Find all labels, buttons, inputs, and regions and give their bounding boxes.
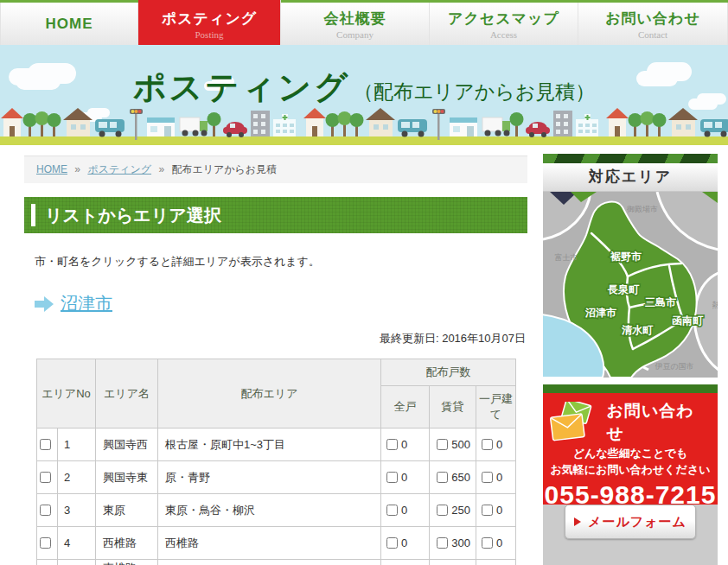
- header-household-group: 配布戸数: [381, 359, 516, 386]
- mail-form-button-label: メールフォーム: [588, 514, 686, 530]
- rental-cell: 230: [430, 560, 476, 565]
- nav-sublabel: Company: [336, 29, 374, 40]
- detached-cell: 0: [476, 560, 516, 565]
- header-area-no: エリアNo: [37, 359, 96, 429]
- nav-item-contact[interactable]: お問い合わせ Contact: [578, 3, 728, 45]
- row-select-checkbox[interactable]: [40, 472, 51, 483]
- distribution-area-cell: 西椎路: [158, 527, 381, 560]
- triangle-right-icon: [574, 517, 581, 526]
- distribution-area-cell: 東椎路: [158, 560, 381, 565]
- contact-red-panel: お問い合わせ どんな些細なことでも お気軽にお問い合わせください 055-988…: [543, 393, 718, 511]
- detached-value: 0: [496, 536, 502, 549]
- area-name-cell: 東椎路（西）: [96, 560, 158, 565]
- hero-title-text: ポスティング: [133, 69, 350, 105]
- city-link-row: 沼津市: [35, 292, 527, 315]
- distribution-area-cell: 原・青野: [158, 461, 381, 494]
- rental-cell: 500: [430, 429, 476, 461]
- row-select-cell: [37, 527, 58, 560]
- detached-cell: 0: [476, 494, 516, 527]
- top-nav: HOME ポスティング Posting 会社概要 Company アクセスマップ…: [0, 0, 728, 45]
- map-label-mishima[interactable]: 三島市: [645, 296, 676, 308]
- coverage-area-title: 対応エリア: [543, 163, 718, 192]
- section-description: 市・町名をクリックすると詳細エリアが表示されます。: [35, 254, 527, 270]
- table-row: 3 東原 東原・鳥谷・柳沢 0 250 0: [37, 494, 516, 527]
- rental-value: 500: [451, 438, 470, 451]
- town-illustration: [0, 105, 728, 145]
- nav-label: ポスティング: [162, 9, 257, 29]
- rental-cell: 300: [430, 527, 476, 560]
- detached-cell: 0: [476, 461, 516, 494]
- rental-cell: 250: [430, 494, 476, 527]
- area-name-cell: 興国寺東: [96, 461, 158, 494]
- detached-checkbox[interactable]: [482, 439, 493, 450]
- breadcrumb: HOME » ポスティング » 配布エリアからお見積: [24, 156, 527, 183]
- table-row: 2 興国寺東 原・青野 0 650 0: [37, 461, 516, 494]
- nav-label: アクセスマップ: [448, 9, 559, 29]
- detached-cell: 0: [476, 429, 516, 461]
- nav-item-access[interactable]: アクセスマップ Access: [430, 3, 578, 45]
- area-table: エリアNo エリア名 配布エリア 配布戸数 全戸 賃貸 一戸建て 1 興国寺西 …: [36, 359, 516, 565]
- all-households-checkbox[interactable]: [386, 537, 398, 549]
- all-households-cell: 0: [381, 527, 430, 560]
- hero-banner: ポスティング（配布エリアからお見積）: [0, 45, 728, 145]
- last-updated: 最終更新日: 2016年10月07日: [24, 331, 527, 346]
- map-label-shimizu[interactable]: 清水町: [621, 324, 654, 336]
- nav-item-company[interactable]: 会社概要 Company: [281, 3, 430, 45]
- row-select-checkbox[interactable]: [40, 439, 51, 450]
- nav-item-home[interactable]: HOME: [0, 3, 138, 45]
- mail-form-button[interactable]: メールフォーム: [565, 505, 696, 539]
- row-select-checkbox[interactable]: [40, 505, 51, 516]
- contact-title: お問い合わせ: [606, 400, 711, 445]
- rental-checkbox[interactable]: [437, 472, 448, 483]
- breadcrumb-separator: »: [158, 163, 164, 175]
- detached-value: 0: [496, 438, 502, 451]
- all-households-value: 0: [401, 536, 407, 549]
- table-row: 1 興国寺西 根古屋・原町中1~3丁目 0 500 0: [37, 429, 516, 461]
- area-no-cell: 1: [58, 429, 96, 461]
- sidebar-ribbon-decoration: [543, 154, 718, 163]
- detached-cell: 0: [476, 527, 516, 560]
- area-name-cell: 東原: [96, 494, 158, 527]
- row-select-checkbox[interactable]: [40, 537, 51, 549]
- area-no-cell: 5: [58, 560, 96, 565]
- contact-top-bar: [543, 384, 718, 393]
- breadcrumb-link-posting[interactable]: ポスティング: [87, 163, 151, 175]
- detached-checkbox[interactable]: [482, 537, 493, 549]
- rental-checkbox[interactable]: [437, 505, 448, 516]
- header-rental: 賃貸: [430, 386, 476, 429]
- map-label-susono[interactable]: 裾野市: [610, 251, 642, 263]
- sidebar: 対応エリア: [543, 154, 718, 565]
- detached-checkbox[interactable]: [482, 505, 493, 516]
- all-households-value: 0: [401, 471, 407, 484]
- nav-item-posting[interactable]: ポスティング Posting: [138, 0, 281, 45]
- contact-line2: お気軽にお問い合わせください: [543, 461, 718, 478]
- breadcrumb-current: 配布エリアからお見積: [171, 163, 277, 175]
- map-label-kannami[interactable]: 函南町: [672, 314, 704, 327]
- map-label-numazu[interactable]: 沼津市: [584, 307, 616, 319]
- detached-value: 0: [496, 504, 502, 517]
- row-select-cell: [37, 461, 58, 494]
- breadcrumb-separator: »: [74, 163, 80, 175]
- row-select-cell: [37, 429, 58, 461]
- breadcrumb-link-home[interactable]: HOME: [36, 163, 67, 175]
- detached-checkbox[interactable]: [482, 472, 493, 483]
- area-name-cell: 西椎路: [96, 527, 158, 560]
- all-households-cell: 0: [381, 560, 430, 565]
- map-label-nagaizumi[interactable]: 長泉町: [607, 283, 640, 295]
- distribution-area-cell: 根古屋・原町中1~3丁目: [158, 429, 381, 461]
- contact-widget: お問い合わせ どんな些細なことでも お気軽にお問い合わせください 055-988…: [543, 384, 718, 565]
- coverage-area-map[interactable]: 御殿場市 富士市 伊豆の国市 熱 裾野市 長泉町 三島市 沼津市 清水町 函南町: [543, 192, 718, 378]
- all-households-cell: 0: [381, 429, 430, 461]
- all-households-checkbox[interactable]: [386, 472, 398, 483]
- rental-checkbox[interactable]: [437, 537, 448, 549]
- page: HOME ポスティング Posting 会社概要 Company アクセスマップ…: [0, 0, 728, 565]
- area-no-cell: 2: [58, 461, 96, 494]
- all-households-checkbox[interactable]: [386, 505, 398, 516]
- city-link-numazu[interactable]: 沼津市: [61, 292, 112, 315]
- area-table-header: エリアNo エリア名 配布エリア 配布戸数 全戸 賃貸 一戸建て: [37, 359, 516, 429]
- contact-line1: どんな些細なことでも: [543, 445, 718, 461]
- row-select-cell: [37, 494, 58, 527]
- all-households-checkbox[interactable]: [386, 439, 398, 450]
- all-households-value: 0: [401, 438, 407, 451]
- rental-checkbox[interactable]: [437, 439, 448, 450]
